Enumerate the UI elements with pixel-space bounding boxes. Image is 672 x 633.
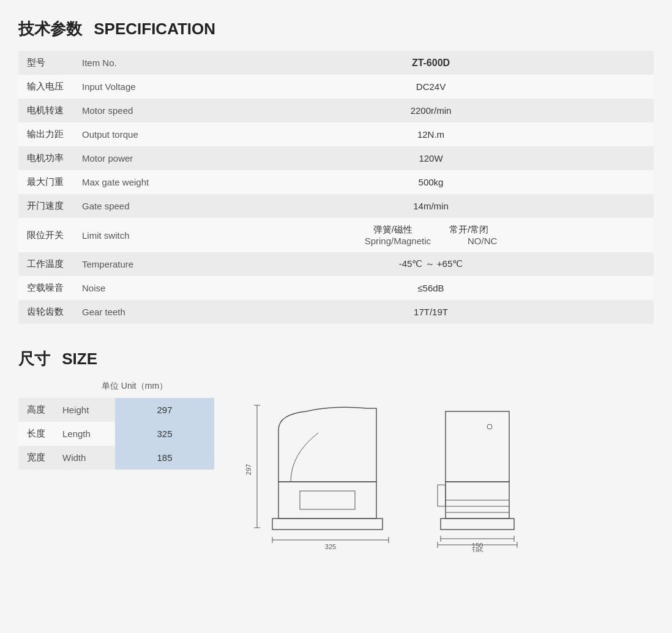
spec-row: 型号 Item No. ZT-600D [18, 51, 654, 75]
spec-cn: 输入电压 [18, 75, 73, 99]
spec-table: 型号 Item No. ZT-600D 输入电压 Input Voltage D… [18, 51, 654, 324]
size-cn: 长度 [18, 422, 54, 446]
spec-cn: 开门速度 [18, 194, 73, 218]
size-en: Width [54, 446, 115, 470]
spec-title-cn: 技术参数 [18, 20, 82, 38]
svg-rect-4 [272, 519, 383, 530]
spec-cn: 最大门重 [18, 170, 73, 194]
spec-row: 限位开关 Limit switch 弹簧/磁性 常开/常闭 Spring/Mag… [18, 218, 654, 252]
spec-en: Limit switch [73, 218, 208, 252]
spec-row: 电机功率 Motor power 120W [18, 146, 654, 170]
size-val: 325 [115, 422, 214, 446]
spec-val: 弹簧/磁性 常开/常闭 Spring/Magnetic NO/NC [208, 218, 654, 252]
spec-cn: 电机功率 [18, 146, 73, 170]
spec-val: 12N.m [208, 122, 654, 146]
size-row: 宽度 Width 185 [18, 446, 214, 470]
spec-en: Motor speed [73, 99, 208, 122]
svg-rect-5 [278, 482, 376, 519]
spec-row: 齿轮齿数 Gear teeth 17T/19T [18, 300, 654, 324]
side-view-diagram: 150 185 [428, 393, 551, 552]
svg-rect-11 [441, 519, 514, 530]
spec-val: 500kg [208, 170, 654, 194]
spec-val: ≤56dB [208, 276, 654, 300]
spec-title-en: SPECIFICATION [94, 20, 215, 38]
spec-title: 技术参数 SPECIFICATION [18, 18, 654, 40]
size-cn: 高度 [18, 398, 54, 422]
svg-text:185: 185 [472, 547, 483, 552]
spec-cn: 型号 [18, 51, 73, 75]
size-section: 尺寸 SIZE 单位 Unit（mm） 高度 Height 297 长度 Len… [18, 348, 654, 552]
svg-text:297: 297 [245, 464, 252, 475]
spec-en: Max gate weight [73, 170, 208, 194]
spec-section: 技术参数 SPECIFICATION 型号 Item No. ZT-600D 输… [18, 18, 654, 324]
spec-en: Item No. [73, 51, 208, 75]
spec-cn: 输出力距 [18, 122, 73, 146]
size-row: 长度 Length 325 [18, 422, 214, 446]
spec-cn: 电机转速 [18, 99, 73, 122]
spec-cn: 限位开关 [18, 218, 73, 252]
svg-rect-13 [446, 411, 509, 482]
size-title-en: SIZE [62, 350, 97, 368]
spec-en: Input Voltage [73, 75, 208, 99]
svg-rect-6 [300, 491, 355, 509]
front-view-diagram: 297 325 [239, 393, 410, 552]
size-en: Length [54, 422, 115, 446]
size-val: 185 [115, 446, 214, 470]
svg-point-14 [487, 424, 492, 429]
spec-cn: 齿轮齿数 [18, 300, 73, 324]
diagram-area: 297 325 [239, 393, 551, 552]
spec-en: Temperature [73, 252, 208, 276]
size-table-wrapper: 单位 Unit（mm） 高度 Height 297 长度 Length 325 … [18, 381, 214, 470]
spec-en: Gate speed [73, 194, 208, 218]
spec-row: 电机转速 Motor speed 2200r/min [18, 99, 654, 122]
spec-row: 开门速度 Gate speed 14m/min [18, 194, 654, 218]
spec-en: Output torque [73, 122, 208, 146]
spec-val: DC24V [208, 75, 654, 99]
size-cn: 宽度 [18, 446, 54, 470]
size-unit: 单位 Unit（mm） [18, 381, 214, 392]
size-en: Height [54, 398, 115, 422]
spec-cn: 工作温度 [18, 252, 73, 276]
spec-val: -45℃ ～ +65℃ [208, 252, 654, 276]
spec-en: Motor power [73, 146, 208, 170]
svg-rect-18 [438, 485, 446, 506]
spec-row: 最大门重 Max gate weight 500kg [18, 170, 654, 194]
spec-val: 120W [208, 146, 654, 170]
size-val: 297 [115, 398, 214, 422]
size-layout: 单位 Unit（mm） 高度 Height 297 长度 Length 325 … [18, 381, 654, 552]
spec-val: ZT-600D [208, 51, 654, 75]
spec-en: Noise [73, 276, 208, 300]
spec-row: 空载噪音 Noise ≤56dB [18, 276, 654, 300]
svg-text:325: 325 [325, 543, 336, 550]
spec-en: Gear teeth [73, 300, 208, 324]
spec-cn: 空载噪音 [18, 276, 73, 300]
size-title-cn: 尺寸 [18, 350, 50, 368]
spec-val: 17T/19T [208, 300, 654, 324]
spec-val: 14m/min [208, 194, 654, 218]
size-row: 高度 Height 297 [18, 398, 214, 422]
spec-row: 输出力距 Output torque 12N.m [18, 122, 654, 146]
spec-row: 输入电压 Input Voltage DC24V [18, 75, 654, 99]
size-title: 尺寸 SIZE [18, 348, 654, 370]
size-table: 高度 Height 297 长度 Length 325 宽度 Width 185 [18, 398, 214, 470]
spec-row: 工作温度 Temperature -45℃ ～ +65℃ [18, 252, 654, 276]
spec-val: 2200r/min [208, 99, 654, 122]
